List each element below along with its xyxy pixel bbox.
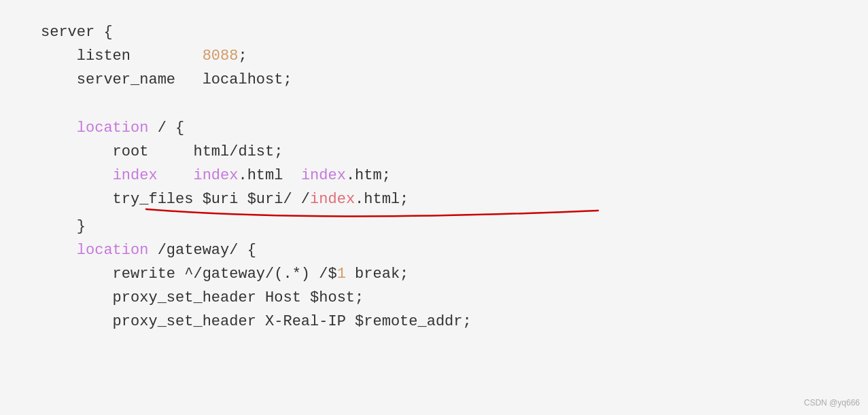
code-text: server { (41, 20, 113, 44)
code-keyword-location2: location (77, 238, 149, 262)
code-text: listen (41, 44, 203, 68)
code-text: proxy_set_header Host $host; (41, 286, 364, 310)
code-text: proxy_set_header X-Real-IP $remote_addr; (41, 310, 472, 333)
code-text (41, 238, 77, 262)
code-text: /gateway/ { (148, 238, 256, 262)
code-text: / { (148, 116, 184, 140)
code-text: ; (238, 44, 247, 68)
code-text: rewrite ^/gateway/(.*) /$ (41, 262, 337, 286)
code-text (158, 164, 194, 187)
code-text: break; (346, 262, 409, 286)
code-text (41, 116, 77, 140)
code-var: 1 (337, 262, 346, 286)
code-container: server { listen 8088; server_name localh… (0, 0, 868, 354)
code-keyword-index: index (113, 164, 158, 187)
code-text: .html (238, 164, 300, 187)
code-text (41, 164, 113, 187)
red-underline-svg (41, 204, 571, 224)
code-keyword-index2: index (193, 164, 238, 187)
code-line-1: server { (41, 20, 827, 44)
code-line-13: proxy_set_header X-Real-IP $remote_addr; (41, 310, 827, 333)
code-text (41, 92, 50, 116)
code-line-12: proxy_set_header Host $host; (41, 286, 827, 310)
code-keyword-index3: index (301, 164, 346, 187)
code-line-7: index index.html index.htm; (41, 164, 827, 187)
code-text: .htm; (346, 164, 391, 187)
code-line-11: rewrite ^/gateway/(.*) /$1 break; (41, 262, 827, 286)
code-text: root html/dist; (41, 140, 283, 164)
code-line-2: listen 8088; (41, 44, 827, 68)
code-line-10: location /gateway/ { (41, 238, 827, 262)
watermark: CSDN @yq666 (804, 397, 860, 410)
code-text: server_name localhost; (41, 68, 292, 92)
code-line-6: root html/dist; (41, 140, 827, 164)
code-line-4 (41, 92, 827, 116)
code-number: 8088 (203, 44, 239, 68)
code-keyword-location: location (77, 116, 149, 140)
code-line-5: location / { (41, 116, 827, 140)
code-line-3: server_name localhost; (41, 68, 827, 92)
